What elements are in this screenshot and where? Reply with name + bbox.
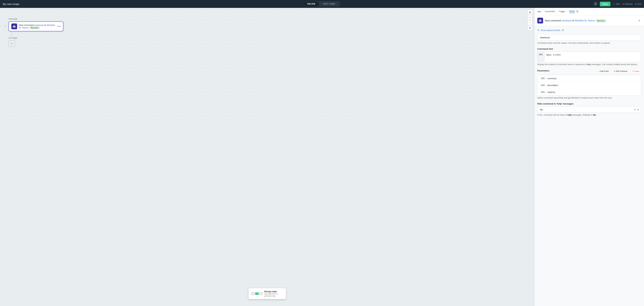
trigger-menu-button[interactable]: ••• [58, 25, 61, 28]
tab-recipe[interactable]: RECIPE [304, 2, 319, 6]
abc-label: ABC [538, 52, 544, 62]
trigger-card[interactable]: New command newissue to Workbot for Team… [8, 22, 63, 31]
command-name-input[interactable] [537, 34, 641, 41]
rd-icon-1 [251, 292, 255, 295]
svg-rect-6 [13, 26, 13, 27]
panel-header: New command newissue to Workbot for Team… [534, 15, 644, 26]
svg-rect-2 [14, 26, 15, 27]
param-name-urgency: urgency [548, 91, 555, 94]
zoom-fit-button[interactable]: ⊞ [528, 10, 532, 15]
param-type-urgency: ABC [540, 91, 546, 94]
panel-app-link[interactable]: Workbot for Teams [575, 19, 595, 22]
svg-rect-14 [539, 20, 539, 21]
parameters-header: Parameters + Add Field ✎ Edit Schema ✕ C… [537, 69, 641, 74]
svg-rect-9 [540, 20, 540, 21]
param-type-summary: ABC [540, 77, 546, 80]
panel-header-description: New command newissue to Workbot for Team… [545, 19, 636, 22]
show-optional-fields-button[interactable]: 👁 Show optional fields ? [537, 29, 641, 32]
exit-button[interactable]: ✕ Exit [635, 3, 641, 5]
test-button[interactable]: ⭮ Test [613, 3, 620, 5]
realtime-badge: Real-time [29, 26, 40, 29]
svg-point-13 [540, 19, 540, 20]
panel-app-icon [537, 18, 543, 24]
svg-rect-11 [540, 21, 541, 21]
panel-realtime-badge: Real-time [596, 19, 606, 22]
breadcrumb-arrow-2: → [556, 10, 558, 12]
param-row-description: ABC description [538, 82, 641, 89]
command-hint-input[interactable] [544, 52, 641, 62]
breadcrumb-setup[interactable]: Setup [569, 10, 575, 13]
breadcrumb-arrow-3: → [566, 10, 568, 12]
topbar-help-icon[interactable]: ? [594, 2, 598, 6]
command-hint-label: Command hint [537, 48, 641, 50]
step-number: 1 [5, 25, 6, 28]
hide-command-select[interactable]: No ✕ ▾ [537, 106, 641, 113]
hide-command-section: Hide command in 'help' messages No ✕ ▾ I… [537, 102, 641, 116]
parameters-help: Define command input fields and get Work… [537, 97, 641, 99]
command-name-help: Command name must be unique, one word, d… [537, 42, 641, 44]
optional-icon: 👁 [537, 29, 540, 32]
recipe-data-title: Recipe data [264, 290, 283, 293]
recipe-data-icons [251, 292, 262, 295]
chevron-down-icon[interactable]: ▾ [637, 108, 639, 111]
param-name-summary: summary [548, 77, 556, 80]
command-name-section: Command name must be unique, one word, d… [537, 34, 641, 44]
connector-line [12, 31, 12, 36]
zoom-in-button[interactable]: + [528, 15, 532, 20]
add-field-button[interactable]: + Add Field [596, 69, 610, 74]
refresh-button[interactable]: ↻ Refresh [622, 3, 633, 5]
trigger-wrapper: 1 [8, 22, 63, 31]
clear-select-icon[interactable]: ✕ [634, 108, 636, 111]
center-button[interactable]: ⊕ [528, 25, 532, 30]
add-action-button[interactable]: + [8, 40, 15, 47]
select-controls[interactable]: ✕ ▾ [634, 108, 639, 111]
zoom-out-button[interactable]: − [528, 20, 532, 25]
hide-command-label: Hide command in 'help' messages [537, 102, 641, 105]
trigger-command-link: newissue [34, 24, 44, 26]
svg-rect-10 [540, 20, 541, 21]
topbar-actions: ? Save ⭮ Test ↻ Refresh ✕ Exit [594, 2, 641, 6]
test-icon: ⭮ [613, 3, 615, 5]
exit-icon: ✕ [635, 3, 637, 5]
recipe-data-tooltip[interactable]: Recipe data Use data from a previous ste… [248, 288, 286, 299]
actions-section: ACTIONS + [8, 37, 63, 47]
command-hint-section: Command hint ABC Display this instead of… [537, 48, 641, 66]
recipe-data-text: Recipe data Use data from a previous ste… [264, 290, 283, 297]
panel-command-link[interactable]: newissue [562, 19, 572, 22]
rd-icon-2 [255, 292, 259, 295]
edit-schema-button[interactable]: ✎ Edit Schema [612, 69, 629, 74]
clear-button[interactable]: ✕ Clear [630, 69, 641, 74]
breadcrumb-trigger[interactable]: Trigger [559, 10, 566, 13]
recipe-flow: TRIGGER 1 [8, 18, 63, 47]
command-hint-field: ABC [537, 52, 641, 62]
canvas-controls: ⊞ + − ⊕ [528, 10, 532, 30]
tab-testjobs[interactable]: TEST JOBS [319, 2, 339, 6]
tab-help-icon[interactable]: ? [339, 2, 340, 6]
optional-help-icon[interactable]: ? [562, 29, 564, 32]
save-button[interactable]: Save [600, 2, 610, 6]
panel-breadcrumb: App → Connection → Trigger → Setup ? [534, 8, 644, 15]
refresh-icon: ↻ [622, 3, 624, 5]
hide-command-value: No [540, 108, 543, 111]
svg-rect-15 [542, 20, 542, 21]
command-hint-help: Display this instead of command name in … [537, 63, 641, 66]
hide-command-help: If Yes, command will not show in help me… [537, 114, 641, 116]
breadcrumb-help-icon[interactable]: ? [576, 10, 578, 13]
main-layout: ⊞ + − ⊕ TRIGGER 1 [0, 8, 644, 306]
param-row-urgency: ABC urgency [538, 89, 641, 96]
breadcrumb-app[interactable]: App [537, 10, 541, 13]
param-row-summary: ABC summary [538, 75, 641, 82]
panel-close-button[interactable]: ✕ [637, 18, 641, 22]
recipe-data-subtitle: Use data from a previous step [264, 293, 283, 297]
recipe-canvas: ⊞ + − ⊕ TRIGGER 1 [0, 8, 534, 306]
tab-switcher: RECIPE TEST JOBS ? [303, 2, 341, 6]
topbar: My new recipe RECIPE TEST JOBS ? ? Save … [0, 0, 644, 8]
parameters-actions: + Add Field ✎ Edit Schema ✕ Clear [596, 69, 641, 74]
svg-point-5 [14, 25, 14, 26]
trigger-app-icon [11, 24, 17, 29]
rd-icon-3 [259, 292, 262, 295]
actions-section-label: ACTIONS [8, 37, 63, 39]
parameters-box: ABC summary ABC description ABC urgency [537, 75, 641, 96]
parameters-label: Parameters [537, 70, 550, 72]
breadcrumb-connection[interactable]: Connection [545, 10, 555, 13]
